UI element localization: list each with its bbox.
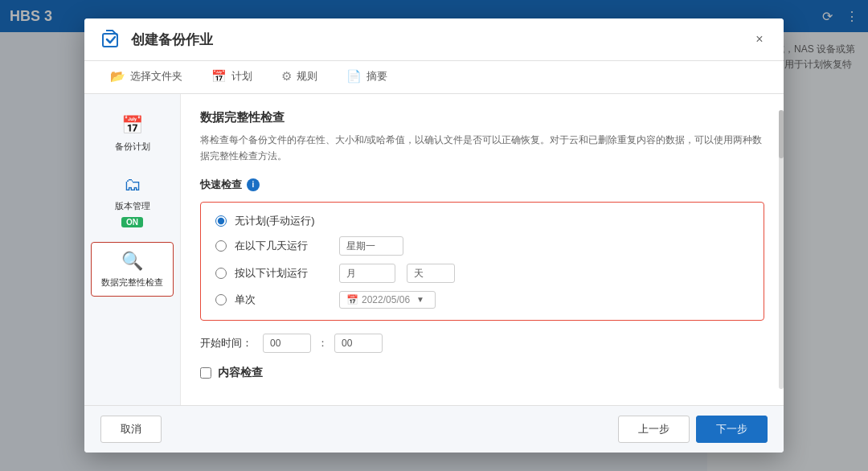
minute-dropdown[interactable]: 00: [334, 334, 383, 353]
backup-plan-label: 备份计划: [115, 141, 150, 152]
quick-check-box: 无计划(手动运行) 在以下几天运行 星期一 星期二 星期三: [200, 202, 764, 321]
version-mgmt-label: 版本管理: [115, 200, 150, 211]
tab-summary-icon: 📄: [346, 69, 362, 84]
hour-dropdown[interactable]: 00: [263, 334, 311, 353]
prev-button[interactable]: 上一步: [618, 416, 690, 443]
content-check-section: 内容检查: [200, 366, 764, 380]
content-check-checkbox[interactable]: [200, 367, 211, 379]
tab-select-folder-label: 选择文件夹: [130, 69, 182, 84]
radio-group: 无计划(手动运行) 在以下几天运行 星期一 星期二 星期三: [215, 214, 749, 309]
date-picker[interactable]: 📅 2022/05/06 ▼: [339, 291, 436, 309]
month-dropdown-wrapper: 月: [339, 264, 395, 283]
modal-body: 📅 备份计划 🗂 版本管理 ON 🔍 数据完整性检查 数据完整性检查 将检查每个…: [84, 94, 784, 405]
nav-buttons: 上一步 下一步: [618, 416, 768, 443]
tab-plan-icon: 📅: [211, 69, 227, 84]
section-title: 数据完整性检查: [200, 110, 764, 125]
radio-once-input[interactable]: [215, 294, 227, 305]
next-button[interactable]: 下一步: [696, 416, 768, 443]
days-dropdown-wrapper: 星期一 星期二 星期三 星期四 星期五 星期六 星期日: [339, 236, 403, 256]
modal-dialog: 创建备份作业 × 📂 选择文件夹 📅 计划 ⚙ 规则 📄 摘要: [84, 18, 784, 453]
radio-run-in-days-input[interactable]: [215, 240, 227, 252]
radio-no-schedule: 无计划(手动运行): [215, 214, 749, 228]
calendar-icon: 📅: [346, 294, 358, 305]
modal-close-button[interactable]: ×: [751, 31, 768, 47]
modal-footer: 取消 上一步 下一步: [84, 405, 784, 453]
sidebar-item-backup-plan[interactable]: 📅 备份计划: [91, 107, 174, 160]
tab-bar: 📂 选择文件夹 📅 计划 ⚙ 规则 📄 摘要: [84, 61, 784, 94]
sidebar-item-data-integrity[interactable]: 🔍 数据完整性检查: [91, 242, 174, 297]
scrollbar-track[interactable]: [779, 110, 784, 389]
modal-title: 创建备份作业: [131, 31, 213, 49]
radio-run-in-days-label: 在以下几天运行: [235, 239, 331, 253]
quick-check-title: 快速检查 i: [200, 178, 764, 192]
on-badge: ON: [121, 217, 143, 227]
data-integrity-label: 数据完整性检查: [101, 276, 163, 288]
modal-header: 创建备份作业 ×: [84, 18, 784, 61]
start-time-label: 开始时间：: [200, 336, 256, 350]
radio-by-schedule-input[interactable]: [215, 268, 227, 279]
version-mgmt-icon: 🗂: [124, 174, 141, 195]
info-icon[interactable]: i: [247, 178, 260, 191]
sidebar-item-version-mgmt[interactable]: 🗂 版本管理 ON: [91, 166, 174, 235]
time-section: 开始时间： 00 ： 00: [200, 334, 764, 353]
modal-header-icon: [100, 28, 123, 51]
day-dropdown[interactable]: 天: [407, 264, 455, 283]
tab-select-folder[interactable]: 📂 选择文件夹: [97, 61, 195, 93]
days-dropdown[interactable]: 星期一 星期二 星期三 星期四 星期五 星期六 星期日: [339, 236, 403, 256]
radio-no-schedule-label: 无计划(手动运行): [235, 214, 331, 228]
tab-rules-label: 规则: [297, 69, 317, 84]
month-dropdown[interactable]: 月: [339, 264, 395, 283]
hour-dropdown-wrapper: 00: [263, 334, 311, 353]
tab-rules[interactable]: ⚙ 规则: [268, 61, 330, 93]
time-colon: ：: [317, 336, 328, 350]
backup-plan-icon: 📅: [121, 115, 143, 136]
minute-dropdown-wrapper: 00: [334, 334, 383, 353]
radio-run-in-days: 在以下几天运行 星期一 星期二 星期三 星期四 星期五 星期六 星期日: [215, 236, 749, 256]
cancel-button[interactable]: 取消: [100, 416, 162, 443]
content-area: 数据完整性检查 将检查每个备份文件的存在性、大小和/或哈希值，以确认文件是否可以…: [181, 94, 784, 405]
radio-once: 单次 📅 2022/05/06 ▼: [215, 291, 749, 309]
tab-summary-label: 摘要: [366, 69, 387, 84]
scrollbar-thumb[interactable]: [779, 110, 784, 158]
radio-no-schedule-input[interactable]: [215, 215, 227, 227]
svg-rect-0: [103, 34, 117, 47]
date-chevron: ▼: [416, 295, 424, 304]
sidebar: 📅 备份计划 🗂 版本管理 ON 🔍 数据完整性检查: [84, 94, 181, 405]
tab-rules-icon: ⚙: [281, 69, 292, 84]
tab-plan[interactable]: 📅 计划: [199, 61, 265, 93]
tab-summary[interactable]: 📄 摘要: [334, 61, 400, 93]
tab-folder-icon: 📂: [110, 69, 125, 84]
radio-by-schedule: 按以下计划运行 月 天: [215, 264, 749, 283]
data-integrity-icon: 🔍: [121, 251, 143, 272]
radio-by-schedule-label: 按以下计划运行: [235, 266, 331, 281]
tab-plan-label: 计划: [231, 69, 252, 84]
section-desc: 将检查每个备份文件的存在性、大小和/或哈希值，以确认文件是否可以正确恢复。对于云…: [200, 132, 764, 165]
radio-once-label: 单次: [235, 293, 331, 307]
content-check-label: 内容检查: [218, 366, 263, 380]
modal-overlay: 创建备份作业 × 📂 选择文件夹 📅 计划 ⚙ 规则 📄 摘要: [0, 0, 868, 471]
date-value: 2022/05/06: [362, 294, 410, 305]
day-dropdown-wrapper: 天: [407, 264, 455, 283]
